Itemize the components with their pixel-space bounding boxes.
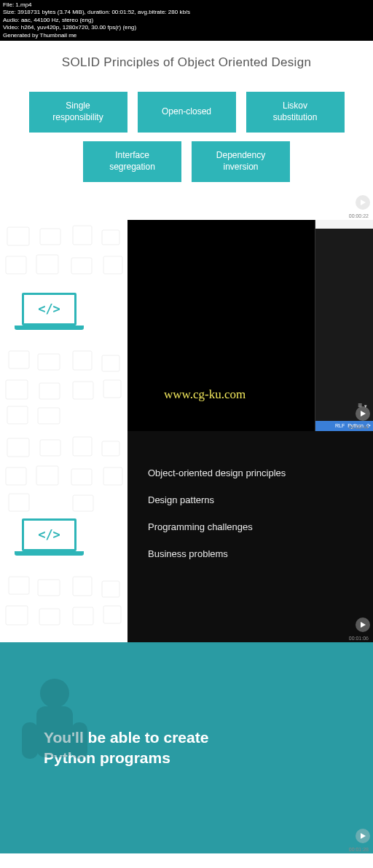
bullet-oop-principles: Object-oriented design principles	[148, 467, 358, 478]
code-symbol: </>	[38, 301, 60, 316]
svg-rect-35	[39, 609, 60, 625]
next-thumb-icon[interactable]	[356, 618, 370, 632]
watermark-text: www.cg-ku.com	[164, 387, 246, 402]
next-thumb-icon[interactable]	[356, 829, 370, 843]
svg-rect-12	[102, 355, 119, 371]
next-thumb-icon[interactable]	[356, 195, 370, 210]
tile-single-responsibility: Single responsibility	[29, 92, 127, 133]
svg-rect-10	[38, 354, 60, 370]
code-symbol: </>	[38, 527, 60, 542]
frame2-right-panel: www.cg-ku.com ≡ ▾ RLF Python ⟳	[127, 220, 373, 431]
svg-rect-1	[7, 227, 29, 245]
svg-rect-37	[103, 606, 121, 623]
svg-rect-26	[71, 469, 92, 485]
video-metadata: File: 1.mp4 Size: 3918731 bytes (3.74 Mi…	[0, 0, 373, 41]
meta-generated: Generated by Thumbnail me	[3, 32, 370, 39]
svg-rect-40	[36, 706, 73, 757]
laptop-code-icon: </>	[22, 518, 76, 559]
thumbnail-frame-1: SOLID Principles of Object Oriented Desi…	[0, 41, 373, 220]
svg-rect-25	[36, 466, 58, 485]
next-thumb-icon[interactable]	[356, 406, 370, 421]
laptop-code-icon: </>	[22, 293, 76, 333]
svg-rect-33	[102, 581, 119, 597]
svg-rect-29	[73, 495, 93, 511]
svg-rect-13	[6, 380, 28, 399]
svg-rect-41	[22, 722, 38, 759]
svg-rect-28	[9, 494, 29, 511]
svg-rect-5	[6, 256, 26, 274]
meta-video: Video: h264, yuv420p, 1280x720, 30.00 fp…	[3, 24, 370, 31]
bullet-design-patterns: Design patterns	[148, 494, 358, 505]
bullet-business-problems: Business problems	[148, 548, 358, 559]
bullet-programming-challenges: Programming challenges	[148, 521, 358, 532]
frame-timestamp: 00:00:44	[349, 425, 369, 430]
tile-dependency-inversion: Dependency inversion	[192, 141, 290, 182]
svg-point-39	[40, 679, 69, 708]
frame-timestamp: 00:00:22	[349, 213, 369, 218]
svg-marker-0	[361, 200, 366, 205]
svg-rect-30	[9, 577, 29, 594]
svg-rect-3	[73, 226, 92, 245]
svg-rect-18	[38, 408, 60, 424]
frame3-left-panel: </>	[0, 431, 127, 642]
status-crlf: RLF	[335, 423, 345, 428]
svg-rect-21	[40, 440, 60, 456]
svg-rect-2	[40, 229, 60, 245]
svg-rect-17	[7, 406, 28, 424]
thumbnail-frame-2: </> www.cg-ku.com ≡ ▾ RLF Python ⟳ 00:00…	[0, 220, 373, 431]
principle-row-2: Interface segregation Dependency inversi…	[0, 141, 373, 182]
svg-rect-15	[73, 382, 93, 399]
svg-rect-23	[102, 441, 119, 456]
tile-open-closed: Open-closed	[138, 92, 236, 133]
tile-interface-segregation: Interface segregation	[83, 141, 181, 182]
ide-window: ≡ ▾ RLF Python ⟳	[315, 220, 373, 431]
person-silhouette-icon	[15, 671, 102, 788]
frame3-right-panel: Object-oriented design principles Design…	[127, 431, 373, 642]
svg-rect-22	[73, 437, 92, 456]
slide-title: SOLID Principles of Object Oriented Desi…	[0, 55, 373, 70]
svg-rect-11	[73, 351, 92, 370]
principle-row-1: Single responsibility Open-closed Liskov…	[0, 92, 373, 133]
svg-rect-16	[103, 380, 121, 398]
meta-size: Size: 3918731 bytes (3.74 MiB), duration…	[3, 9, 370, 16]
svg-rect-36	[73, 607, 93, 625]
thumbnail-frame-4: You'll be able to create Python programs…	[0, 642, 373, 853]
svg-marker-38	[361, 622, 366, 628]
svg-rect-31	[38, 580, 60, 596]
svg-rect-14	[39, 383, 60, 399]
tile-liskov: Liskov substitution	[246, 92, 345, 133]
svg-rect-34	[6, 606, 28, 625]
svg-rect-8	[103, 256, 122, 274]
svg-rect-20	[7, 438, 29, 457]
svg-rect-7	[71, 258, 92, 274]
ide-titlebar	[315, 220, 373, 229]
meta-audio: Audio: aac, 44100 Hz, stereo (eng)	[3, 17, 370, 24]
svg-rect-32	[73, 577, 92, 596]
svg-rect-27	[103, 467, 122, 485]
frame-timestamp: 00:01:28	[349, 847, 369, 852]
svg-rect-24	[6, 467, 26, 485]
svg-marker-43	[361, 833, 366, 839]
meta-file: File: 1.mp4	[3, 1, 370, 9]
svg-rect-42	[71, 722, 87, 759]
thumbnail-frame-3: </> Object-oriented design principles De…	[0, 431, 373, 642]
frame2-left-panel: </>	[0, 220, 127, 431]
frame-timestamp: 00:01:06	[349, 636, 369, 641]
svg-rect-9	[9, 351, 29, 368]
svg-marker-19	[361, 411, 366, 417]
svg-rect-4	[102, 230, 119, 245]
svg-rect-6	[36, 255, 58, 274]
